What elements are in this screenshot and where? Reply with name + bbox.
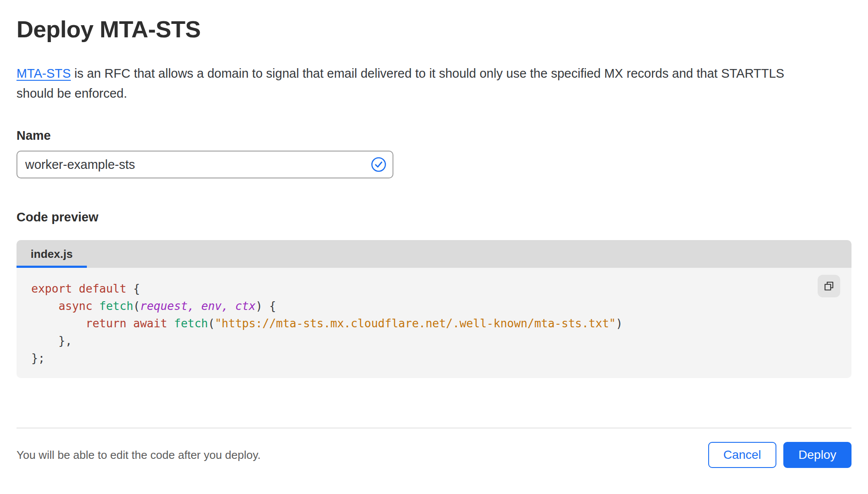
- code-area: export default { async fetch(request, en…: [17, 268, 851, 378]
- footer-actions: Cancel Deploy: [708, 442, 851, 468]
- code-line: },: [31, 332, 825, 349]
- cancel-button[interactable]: Cancel: [708, 442, 776, 468]
- mta-sts-link[interactable]: MTA-STS: [17, 66, 71, 80]
- page-title: Deploy MTA-STS: [17, 16, 201, 43]
- description-line2: should be enforced.: [17, 86, 127, 100]
- code-line: };: [31, 349, 825, 367]
- description: MTA-STS is an RFC that allows a domain t…: [17, 63, 852, 103]
- name-input[interactable]: [17, 151, 393, 178]
- footer: You will be able to edit the code after …: [17, 440, 851, 470]
- name-field-wrap: [17, 151, 393, 178]
- code-preview-label: Code preview: [17, 210, 99, 224]
- code-line: return await fetch("https://mta-sts.mx.c…: [31, 315, 825, 332]
- deploy-note: You will be able to edit the code after …: [17, 448, 261, 462]
- copy-icon: [823, 280, 835, 292]
- code-tab-bar: index.js: [17, 240, 851, 268]
- tab-label: index.js: [31, 247, 73, 261]
- code-panel: index.js export default { async fetch(re…: [17, 240, 851, 378]
- tab-index-js[interactable]: index.js: [17, 240, 87, 268]
- description-line1: is an RFC that allows a domain to signal…: [71, 66, 784, 80]
- code-lines: export default { async fetch(request, en…: [31, 280, 825, 367]
- code-line: export default {: [31, 280, 825, 297]
- copy-button[interactable]: [818, 275, 840, 297]
- code-line: async fetch(request, env, ctx) {: [31, 297, 825, 315]
- footer-divider: [17, 428, 851, 428]
- deploy-button[interactable]: Deploy: [783, 442, 851, 468]
- name-label: Name: [17, 128, 51, 143]
